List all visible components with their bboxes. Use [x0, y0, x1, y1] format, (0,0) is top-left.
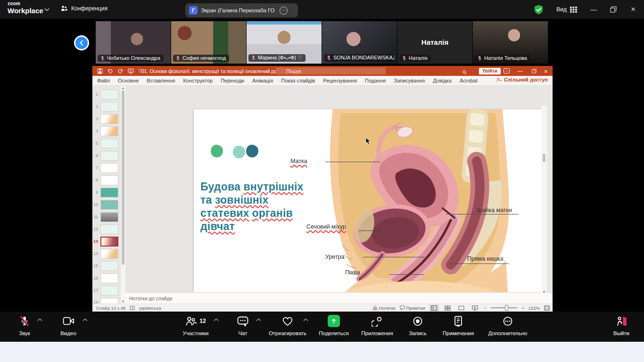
thumbnail-17[interactable]: 17: [92, 285, 121, 296]
leave-button[interactable]: Выйти: [599, 315, 644, 336]
security-shield-icon[interactable]: [533, 4, 544, 15]
tab-help[interactable]: Довідка: [433, 78, 452, 83]
tab-home[interactable]: Основне: [118, 78, 139, 83]
audio-options-caret[interactable]: [37, 318, 42, 321]
react-options-caret[interactable]: [303, 318, 308, 321]
record-button[interactable]: Запись: [395, 315, 440, 336]
mic-muted-icon: [19, 315, 30, 327]
zoom-level[interactable]: 122%: [528, 305, 540, 311]
thumbnail-6[interactable]: 6: [92, 150, 121, 161]
tab-screen-share[interactable]: Г Экран (Галина Перколаба ГО "Д ⋯: [185, 3, 298, 17]
notes-toggle[interactable]: Нотатки: [372, 305, 396, 311]
restore-button[interactable]: [610, 6, 617, 13]
ppt-restore-button[interactable]: [532, 69, 537, 74]
apps-button[interactable]: Приложения: [355, 315, 400, 336]
zoom-slider[interactable]: [491, 307, 517, 308]
annotations-button[interactable]: Примечания: [436, 315, 481, 336]
thumbnail-10[interactable]: 10: [92, 199, 121, 210]
sign-in-button[interactable]: Увійти: [479, 68, 501, 74]
zoom-in-button[interactable]: +: [521, 305, 524, 311]
video-options-caret[interactable]: [83, 318, 88, 321]
thumbnail-14[interactable]: 14: [92, 248, 121, 259]
ribbon-display-icon[interactable]: [504, 68, 510, 74]
participant-tile[interactable]: Наталія Тельцова: [473, 21, 548, 64]
zoom-slider-thumb[interactable]: [505, 305, 508, 311]
thumbnail-13-current[interactable]: 13: [92, 236, 121, 247]
thumbnail-11[interactable]: 11: [92, 211, 121, 222]
scroll-up-arrow[interactable]: ▲: [121, 86, 125, 90]
share-person-icon: [496, 77, 502, 82]
undo-icon[interactable]: [107, 68, 113, 74]
participant-tile[interactable]: SONJA BONDAREWSKAJA ✝: [322, 21, 397, 64]
video-strip: Чобитько Олександра София нечмоглод Мари…: [0, 19, 644, 66]
tab-design[interactable]: Конструктор: [183, 78, 213, 83]
normal-view-button[interactable]: [429, 304, 439, 312]
apps-icon: [372, 316, 383, 327]
tab-acrobat[interactable]: Acrobat: [460, 78, 478, 83]
tab-recording[interactable]: Записування: [394, 78, 425, 83]
comments-toggle[interactable]: Примітки: [400, 305, 425, 311]
participants-button[interactable]: 12 Участники: [173, 315, 218, 336]
slideshow-view-button[interactable]: [471, 304, 480, 312]
accessibility-book-icon[interactable]: [130, 305, 135, 311]
thumbnail-15[interactable]: 15: [92, 260, 121, 272]
start-slideshow-icon[interactable]: [128, 68, 134, 74]
thumbnail-8[interactable]: 8: [92, 174, 121, 186]
thumbnail-5[interactable]: 5: [92, 138, 121, 149]
tab-slideshow[interactable]: Показ слайдів: [281, 78, 315, 83]
thumbnail-3[interactable]: 3: [92, 113, 121, 124]
ppt-search-box[interactable]: Пошук: [276, 67, 386, 74]
minimize-button[interactable]: —: [589, 6, 598, 13]
thumbnail-9[interactable]: 9: [92, 187, 121, 198]
close-button[interactable]: ×: [629, 5, 637, 14]
tab-meeting[interactable]: Конференция: [60, 5, 107, 12]
view-button[interactable]: Вид: [556, 6, 577, 13]
zoom-workplace-logo: zoom Workplace: [8, 1, 43, 14]
tab-file[interactable]: Файл: [97, 78, 110, 83]
tab-review[interactable]: Рецензування: [323, 78, 357, 83]
thumbnail-4[interactable]: 4: [92, 125, 121, 137]
leader-line: [389, 274, 424, 275]
thumbnail-18[interactable]: 18: [92, 297, 121, 304]
share-screen-icon: [328, 315, 340, 327]
language-status[interactable]: українська: [139, 305, 161, 311]
fit-to-window-icon[interactable]: [544, 305, 550, 311]
tab-transitions[interactable]: Переходи: [221, 78, 244, 83]
thumbnail-16[interactable]: 16: [92, 272, 121, 284]
reading-view-button[interactable]: [457, 304, 466, 312]
thumbnail-1[interactable]: 1: [92, 89, 121, 100]
thumbnail-scrollbar[interactable]: ▲ ▼: [121, 86, 125, 304]
ellipsis-icon: [502, 316, 513, 327]
ppt-close-button[interactable]: ×: [544, 68, 548, 75]
participants-options-caret[interactable]: [214, 318, 219, 321]
participant-tile[interactable]: Чобитько Олександра: [96, 21, 171, 64]
zoom-out-button[interactable]: −: [484, 305, 487, 311]
ppt-minimize-button[interactable]: —: [518, 68, 523, 74]
tab-insert[interactable]: Вставлення: [147, 78, 175, 83]
slide-title[interactable]: Будова внутрішніх та зовнішніх статевихо…: [200, 180, 304, 233]
scroll-down-arrow[interactable]: ▼: [121, 300, 125, 303]
participant-tile[interactable]: Наталія Наталія: [397, 21, 472, 64]
more-button[interactable]: Дополнительно: [482, 315, 534, 336]
leader-line: [358, 230, 391, 231]
participant-tile[interactable]: Марина (Ф•ᴗ•Ф) ♡: [247, 21, 322, 64]
slide-scrollbar[interactable]: ▲ ⌃ ⌄: [541, 106, 547, 323]
participant-tile[interactable]: София нечмоглод: [171, 21, 246, 64]
share-screen-button[interactable]: Поделиться: [311, 315, 356, 336]
chevron-down-icon[interactable]: [44, 8, 50, 11]
slide[interactable]: Будова внутрішніх та зовнішніх статевихо…: [194, 109, 545, 307]
leave-door-icon: [616, 316, 627, 327]
tab-view[interactable]: Подання: [365, 78, 386, 83]
tab-animations[interactable]: Анімація: [252, 78, 273, 83]
slide-sorter-view-button[interactable]: [443, 304, 453, 312]
scroll-back-button[interactable]: [74, 35, 89, 50]
save-icon[interactable]: [97, 68, 103, 74]
thumbnail-2[interactable]: 2: [92, 101, 121, 112]
tab-more-icon[interactable]: ⋯: [280, 7, 288, 15]
notes-panel[interactable]: Нотатки до слайда: [125, 292, 553, 304]
chat-options-caret[interactable]: [256, 318, 261, 321]
thumbnail-12[interactable]: 12: [92, 223, 121, 235]
share-access-button[interactable]: Спільний доступ: [496, 77, 548, 82]
redo-icon[interactable]: [117, 68, 124, 74]
thumbnail-7[interactable]: 7: [92, 162, 121, 173]
